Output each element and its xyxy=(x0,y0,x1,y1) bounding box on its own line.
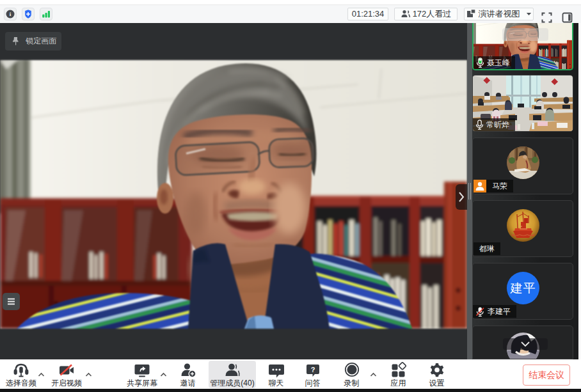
svg-text:?: ? xyxy=(310,366,315,373)
